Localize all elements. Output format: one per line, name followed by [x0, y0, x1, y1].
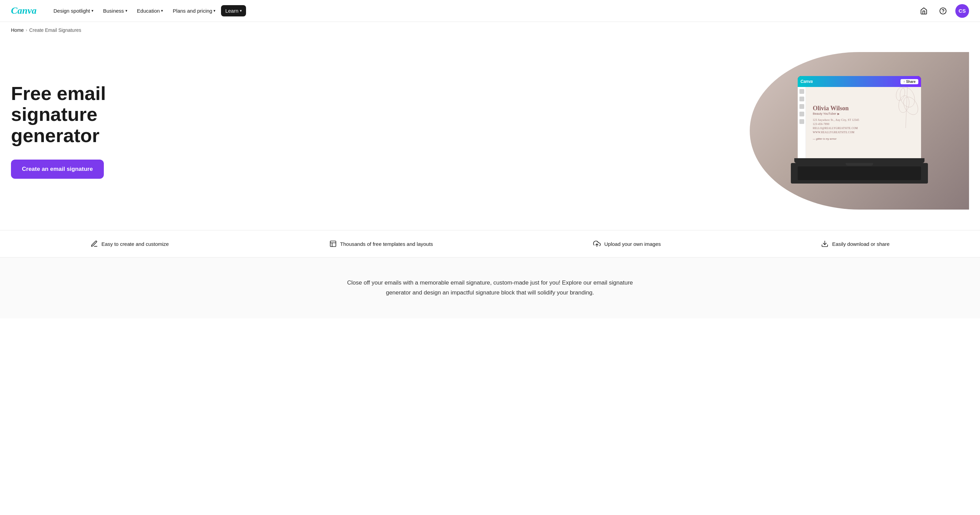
hero-image: Canva ↑ Share — [750, 52, 969, 209]
sig-title: Beauty YouTuber ▶ — [813, 112, 840, 116]
chevron-down-icon: ▾ — [91, 9, 94, 13]
feature-upload-label: Upload your own images — [604, 241, 661, 247]
hero-title: Free email signature generator — [11, 83, 175, 146]
sig-email: HELLO@REALLYGREATSITE.COM — [813, 126, 858, 130]
breadcrumb-home[interactable]: Home — [11, 27, 24, 33]
sig-name: Olivia Wilson — [813, 105, 849, 112]
sig-website: WWW.REALLYGREATSITE.COM — [813, 130, 854, 135]
svg-point-3 — [897, 87, 917, 109]
tool-item — [799, 97, 804, 101]
feature-templates: Thousands of free templates and layouts — [329, 240, 433, 247]
features-bar: Easy to create and customize Thousands o… — [0, 230, 980, 258]
laptop-keyboard — [791, 163, 928, 184]
svg-point-4 — [897, 95, 910, 113]
nav-learn[interactable]: Learn ▾ — [221, 5, 246, 16]
nav-actions: CS — [917, 4, 969, 18]
floral-decoration — [887, 87, 921, 128]
svg-rect-8 — [330, 241, 336, 247]
help-button[interactable] — [936, 4, 950, 18]
laptop-share-button[interactable]: ↑ Share — [900, 79, 918, 84]
chevron-down-icon: ▾ — [213, 9, 216, 13]
nav-plans-pricing[interactable]: Plans and pricing ▾ — [169, 5, 220, 16]
sig-quote: — glitter is my armor — [813, 137, 837, 140]
user-avatar[interactable]: CS — [955, 4, 969, 18]
youtube-icon: ▶ — [837, 113, 840, 116]
pencil-icon — [91, 240, 98, 247]
svg-point-5 — [900, 95, 921, 117]
tool-item — [799, 89, 804, 94]
laptop-canvas: Olivia Wilson Beauty YouTuber ▶ 123 Anyw… — [806, 87, 921, 158]
tool-item — [799, 104, 804, 109]
chevron-down-icon: ▾ — [240, 9, 242, 13]
feature-easy-customize: Easy to create and customize — [91, 240, 169, 247]
hero-left: Free email signature generator Create an… — [11, 83, 189, 179]
laptop-screen: Canva ↑ Share — [798, 76, 921, 158]
sig-phone: 123-456-7890 — [813, 122, 830, 126]
create-signature-button[interactable]: Create an email signature — [11, 160, 104, 179]
canva-logo[interactable]: Canva — [11, 5, 38, 17]
svg-point-7 — [895, 87, 906, 101]
nav-business[interactable]: Business ▾ — [99, 5, 132, 16]
nav-links: Design spotlight ▾ Business ▾ Education … — [49, 5, 917, 16]
chevron-down-icon: ▾ — [126, 9, 127, 13]
feature-upload: Upload your own images — [593, 240, 661, 247]
sig-address: 123 Anywhere St., Any City, ST 12345 — [813, 118, 859, 122]
laptop-base — [794, 158, 924, 163]
feature-download-label: Easily download or share — [832, 241, 889, 247]
laptop-keyboard-inner — [798, 166, 921, 180]
breadcrumb-separator: › — [26, 28, 27, 33]
feature-download: Easily download or share — [821, 240, 889, 247]
laptop-toolbar — [798, 87, 806, 158]
nav-education[interactable]: Education ▾ — [133, 5, 167, 16]
breadcrumb-current: Create Email Signatures — [29, 27, 81, 33]
feature-templates-label: Thousands of free templates and layouts — [340, 241, 433, 247]
layout-icon — [329, 240, 337, 247]
feature-easy-label: Easy to create and customize — [102, 241, 169, 247]
help-icon — [939, 7, 947, 15]
hero-right: Canva ↑ Share — [189, 52, 969, 209]
laptop-canva-bar: Canva ↑ Share — [798, 76, 921, 87]
download-icon — [821, 240, 829, 247]
nav-design-spotlight[interactable]: Design spotlight ▾ — [49, 5, 98, 16]
description-text: Close off your emails with a memorable e… — [343, 278, 637, 298]
tool-item — [799, 112, 804, 116]
tool-item — [799, 119, 804, 124]
description-section: Close off your emails with a memorable e… — [0, 258, 980, 319]
svg-line-6 — [906, 87, 907, 128]
upload-icon — [593, 240, 601, 247]
laptop-mockup: Canva ↑ Share — [788, 76, 931, 185]
home-button[interactable] — [917, 4, 931, 18]
share-icon: ↑ — [903, 80, 905, 84]
chevron-down-icon: ▾ — [161, 9, 163, 13]
home-icon — [920, 7, 928, 15]
canva-editor-logo: Canva — [800, 79, 813, 84]
breadcrumb: Home › Create Email Signatures — [0, 22, 980, 38]
hero-section: Free email signature generator Create an… — [0, 38, 980, 230]
navbar: Canva Design spotlight ▾ Business ▾ Educ… — [0, 0, 980, 22]
svg-text:Canva: Canva — [11, 5, 37, 16]
